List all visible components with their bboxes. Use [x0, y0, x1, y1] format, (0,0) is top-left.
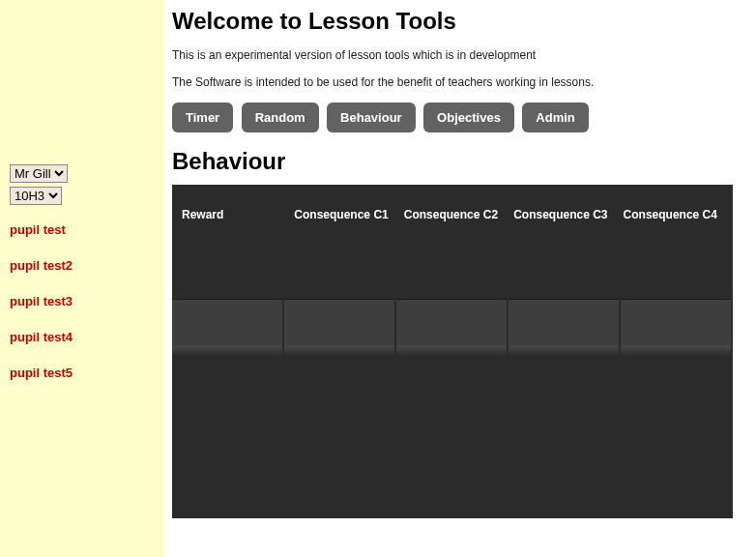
- main-content: Welcome to Lesson Tools This is an exper…: [164, 0, 756, 557]
- col-reward: Reward: [182, 208, 294, 221]
- nav-bar: Timer Random Behaviour Objectives Admin: [172, 103, 744, 132]
- behaviour-button[interactable]: Behaviour: [327, 103, 416, 132]
- behaviour-cell-c2[interactable]: [396, 299, 507, 355]
- pupil-link[interactable]: pupil test5: [10, 366, 155, 380]
- behaviour-panel: Reward Consequence C1 Consequence C2 Con…: [172, 185, 733, 518]
- pupil-link[interactable]: pupil test2: [10, 258, 155, 273]
- pupil-list: pupil test pupil test2 pupil test3 pupil…: [10, 222, 155, 380]
- behaviour-row: [172, 299, 733, 355]
- behaviour-cell-c3[interactable]: [509, 299, 619, 355]
- pupil-link[interactable]: pupil test: [10, 222, 155, 237]
- intro-text-2: The Software is intended to be used for …: [172, 75, 744, 89]
- intro-text-1: This is an experimental version of lesso…: [172, 48, 744, 62]
- class-select[interactable]: 10H3: [10, 187, 62, 205]
- behaviour-cell-c1[interactable]: [284, 299, 394, 355]
- timer-button[interactable]: Timer: [172, 103, 233, 132]
- random-button[interactable]: Random: [242, 103, 319, 132]
- col-c3: Consequence C3: [513, 208, 623, 221]
- col-c4: Consequence C4: [624, 208, 733, 221]
- col-c1: Consequence C1: [294, 208, 403, 221]
- behaviour-header-row: Reward Consequence C1 Consequence C2 Con…: [172, 185, 733, 221]
- page-title: Welcome to Lesson Tools: [172, 8, 744, 35]
- col-c2: Consequence C2: [404, 208, 513, 221]
- pupil-link[interactable]: pupil test4: [10, 330, 155, 344]
- objectives-button[interactable]: Objectives: [423, 103, 514, 132]
- pupil-link[interactable]: pupil test3: [10, 294, 155, 308]
- teacher-select[interactable]: Mr Gill: [10, 164, 68, 183]
- sidebar: Mr Gill 10H3 pupil test pupil test2 pupi…: [0, 0, 164, 557]
- behaviour-cell-reward[interactable]: [172, 299, 282, 355]
- section-title: Behaviour: [172, 148, 744, 175]
- admin-button[interactable]: Admin: [522, 103, 588, 132]
- behaviour-cell-c4[interactable]: [621, 299, 731, 355]
